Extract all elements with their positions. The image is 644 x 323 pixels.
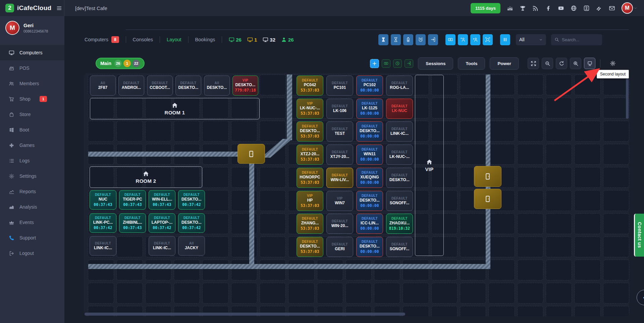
room-zone-room2[interactable]: ROOM 2 [90,166,202,188]
computer-tile[interactable]: DEFAULTXTZJ-20...53:37:03 [297,145,323,165]
tools-button[interactable]: Tools [458,57,485,70]
layout-tab-main[interactable]: Main 26122 [96,58,145,69]
sidebar-item-shop[interactable]: Shop1 [0,91,64,107]
computer-tile[interactable]: DEFAULTSONOFF... [386,237,413,257]
scan-button[interactable] [483,34,493,45]
battery-button[interactable] [403,34,413,45]
computer-tile[interactable]: DEFAULTLK-NUC-... [386,145,413,165]
globe-icon[interactable] [571,5,577,11]
computer-tile[interactable]: DEFAULTNUC00:37:43 [90,190,116,210]
slippers-icon[interactable] [596,5,602,11]
computer-tile[interactable]: DEFAULTDESKTO...00:37:42 [178,213,205,233]
sidebar-item-events[interactable]: Events [0,215,64,230]
zoom-out-button[interactable] [542,58,553,69]
layout-canvas[interactable]: ROOM 1 ROOM 2 VIP All2F87DEFAULTANDROI..… [84,73,629,316]
banknote-button[interactable] [445,34,455,45]
sidebar-item-settings[interactable]: Settings [0,168,64,184]
computer-tile[interactable]: DEFAULTLK-106 [326,99,353,119]
door-tile[interactable] [474,166,501,187]
sessions-button[interactable]: Sessions [418,57,453,70]
computer-tile[interactable]: DEFAULTDESKTO...00:00:00 [356,191,383,211]
computer-tile[interactable]: DEFAULTTIGER-PC00:37:43 [119,190,146,210]
user-menu[interactable]: M [622,2,637,14]
rotate-button[interactable] [556,58,567,69]
computer-tile[interactable]: DEFAULTDESKTO...00:37:42 [178,190,205,210]
computer-tile[interactable]: AllDESKTO... [204,75,230,96]
contact-us-button[interactable]: Contact us [634,214,644,257]
computer-tile[interactable]: DEFAULTANDROI... [118,75,144,96]
computer-tile[interactable]: DEFAULTLINK-PC...00:37:42 [90,213,116,233]
computer-tile[interactable]: VIPWIN7 [326,191,353,211]
computer-tile[interactable]: DEFAULTLAPTOP-...00:37:42 [149,213,175,233]
tab-consoles[interactable]: Consoles [126,37,160,42]
computer-tile[interactable]: DEFAULTWIN-LIV... [326,168,353,188]
computer-tile[interactable]: DEFAULTDESKTO...53:37:03 [297,121,323,142]
sidebar-item-logs[interactable]: Logs [0,153,64,168]
computer-tile[interactable]: DEFAULTPC101 [326,75,353,96]
avatar[interactable]: M [622,2,633,14]
banknote-button[interactable] [382,59,390,68]
computer-tile[interactable]: DEFAULTTEST [326,121,353,142]
sidebar-item-analysis[interactable]: Analysis [0,199,64,215]
computer-tile[interactable]: DEFAULTZHANG...53:37:03 [297,214,323,234]
computer-tile[interactable]: DEFAULTCCBOOT... [147,75,173,96]
alarm-clock-button[interactable] [416,34,426,45]
sidebar-item-computers[interactable]: Computers [0,45,64,60]
hourglass-filled-button[interactable] [378,34,388,45]
hourglass-button[interactable] [391,34,401,45]
second-layout-button[interactable] [584,58,595,69]
computer-tile[interactable]: DEFAULTPC10200:00:00 [356,75,383,96]
sidebar-item-logout[interactable]: Logout [0,246,64,261]
status-filter-select[interactable]: All [516,34,546,45]
computer-tile[interactable]: DEFAULTXUEQING00:00:00 [356,168,383,188]
sidebar-item-boot[interactable]: Boot [0,122,64,138]
sidebar-item-pos[interactable]: POS [0,60,64,76]
computer-tile[interactable]: DEFAULTLINK-IC... [90,236,116,256]
computer-tile[interactable]: DEFAULTZHAOXU...819:10:32 [386,214,413,234]
computer-tile[interactable]: AllJACKY [178,236,205,256]
power-button[interactable]: Power [490,57,519,70]
door-tile[interactable] [237,144,265,164]
trophy-icon[interactable] [520,5,526,11]
computer-tile[interactable]: DEFAULTDESKTO... [175,75,201,96]
computer-tile[interactable]: DEFAULTWIN1100:00:00 [356,145,383,165]
sign-out-button[interactable] [405,59,413,68]
sidebar-item-store[interactable]: Store [0,107,64,122]
computer-tile[interactable]: DEFAULTLINK-IC... [386,121,413,142]
zoom-in-button[interactable] [570,58,581,69]
computer-tile[interactable]: DEFAULTWIN-20... [326,214,353,234]
sign-out-button[interactable] [428,34,438,45]
computer-tile[interactable]: DEFAULTGERI [326,237,353,257]
add-layout-button[interactable] [370,59,379,68]
computer-tile[interactable]: DEFAULTROG-LA... [386,75,413,96]
computer-tile[interactable]: DEFAULTPC04253:37:03 [297,75,323,96]
vertical-scrollbar[interactable] [626,74,629,119]
hamburger-menu-icon[interactable] [56,5,62,11]
sidebar-item-games[interactable]: Games [0,138,64,153]
computer-tile[interactable]: DEFAULTLK-112500:00:00 [356,99,383,119]
mail-icon[interactable] [609,5,615,11]
tab-computers[interactable]: Computers8 [85,36,126,43]
computer-tile[interactable]: DEFAULTXTJY-20... [326,145,353,165]
search-input[interactable] [562,37,599,42]
room-zone-room1[interactable]: ROOM 1 [90,98,260,119]
computer-tile[interactable]: DEFAULTHONORPC53:37:03 [297,168,323,188]
computer-tile[interactable]: DEFAULTZHIBINL...00:37:43 [119,213,146,233]
computer-tile[interactable]: VIPHP53:37:03 [297,191,323,211]
days-remaining-badge[interactable]: 1115 days [471,3,500,13]
gear-icon[interactable] [610,60,616,66]
computer-tile[interactable]: DEFAULTICC-LIN...00:00:00 [356,214,383,234]
computer-tile[interactable]: DEFAULTWIN-ELL...00:37:43 [149,190,175,210]
sidebar-item-reports[interactable]: Reports [0,184,64,199]
computer-tile[interactable]: DEFAULTDESKTO...00:00:00 [356,237,383,257]
computer-tile[interactable]: DEFAULTLK-NUC [386,99,413,119]
user-star-button[interactable] [458,34,468,45]
computer-tile[interactable]: DEFAULTDESKTO...53:37:03 [297,237,323,257]
facebook-icon[interactable] [545,5,551,11]
computer-tile[interactable]: VIPDESKTO...779:07:18 [232,75,258,96]
computer-tile[interactable]: All2F87 [90,75,116,96]
rss-icon[interactable] [532,5,539,11]
youtube-icon[interactable] [558,5,564,11]
computer-tile[interactable]: DEFAULTDESKTO...00:00:00 [356,121,383,142]
room-zone-vip[interactable]: VIP [415,75,444,256]
